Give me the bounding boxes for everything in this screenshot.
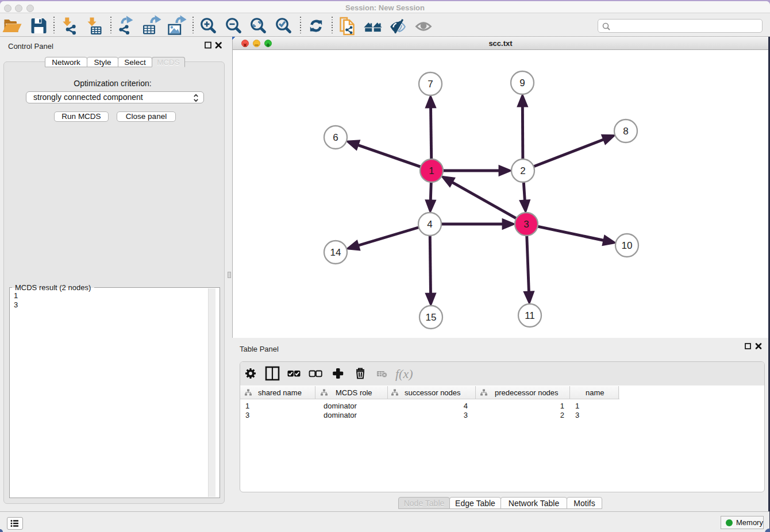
- svg-text:7: 7: [428, 79, 433, 90]
- svg-text:10: 10: [622, 240, 633, 251]
- svg-text:1: 1: [429, 165, 434, 176]
- svg-text:4: 4: [427, 219, 432, 230]
- svg-text:2: 2: [520, 165, 525, 176]
- svg-text:f(x): f(x): [395, 367, 413, 381]
- svg-text:9: 9: [519, 78, 525, 88]
- svg-text:3: 3: [523, 219, 529, 230]
- svg-text:15: 15: [426, 312, 437, 323]
- svg-text:6: 6: [333, 132, 338, 143]
- svg-text:8: 8: [623, 126, 628, 137]
- svg-text:14: 14: [330, 247, 341, 258]
- svg-text:11: 11: [525, 310, 535, 321]
